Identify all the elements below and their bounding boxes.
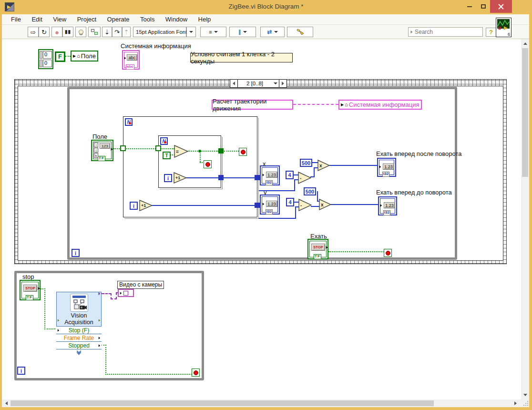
search-input[interactable] (415, 29, 489, 35)
pause-button[interactable]: ▮▮ (62, 27, 73, 37)
video-image-indicator[interactable] (118, 289, 134, 297)
terminal-arrow-icon (380, 204, 382, 207)
system-info-string-control[interactable]: abc abc (122, 50, 140, 70)
previous-frame-button[interactable] (230, 80, 238, 87)
menu-operate[interactable]: Operate (103, 14, 134, 24)
iteration-terminal[interactable]: i (17, 367, 25, 375)
scroll-down-button[interactable] (521, 391, 529, 399)
vi-icon[interactable]: 6 (496, 18, 512, 37)
subtract-node[interactable]: - (298, 172, 311, 184)
array-constant-frame[interactable]: 0 0 (38, 49, 53, 69)
menu-file[interactable]: File (7, 14, 25, 24)
run-button[interactable]: ⇨ (28, 27, 39, 37)
array-cell-value[interactable]: 0 (43, 60, 52, 67)
context-help-button[interactable]: ? (486, 28, 496, 37)
write-arrow-icon: ▶ (73, 54, 76, 58)
string-type-tag: abc (126, 64, 134, 70)
align-objects-button[interactable]: ≡ (200, 27, 226, 37)
x-indicator-terminal[interactable]: 1.23 I32 (260, 165, 280, 185)
resize-grip[interactable] (523, 405, 524, 406)
menu-edit[interactable]: Edit (27, 14, 46, 24)
equals-node[interactable]: = (174, 145, 188, 158)
trajectory-string-constant[interactable]: Расчет траектории движения (212, 100, 293, 110)
conditional-terminal[interactable] (239, 148, 247, 156)
highlight-execution-button[interactable] (75, 27, 86, 37)
iteration-terminal[interactable]: i (130, 202, 138, 210)
step-over-button[interactable]: ↷ (112, 27, 122, 37)
subtract-node[interactable]: - (298, 199, 312, 211)
scroll-left-button[interactable] (2, 400, 10, 407)
vision-row-stop[interactable]: Stop (F) (56, 326, 102, 334)
menu-window[interactable]: Window (161, 14, 192, 24)
stop-chip: STOP (311, 244, 325, 251)
broom-icon (297, 29, 304, 35)
menu-tools[interactable]: Tools (136, 14, 159, 24)
step-out-button[interactable]: ⇡ (122, 27, 131, 37)
tunnel-array-in[interactable] (155, 145, 161, 151)
tunnel-bool-out[interactable] (218, 148, 224, 154)
local-variable-pole[interactable]: ▶ ⌂ Поле (71, 51, 98, 62)
run-continuous-button[interactable]: ↻ (39, 27, 50, 37)
horizontal-scroll-thumb[interactable] (10, 400, 434, 406)
numeric-constant-500[interactable]: 500 (304, 187, 316, 195)
video-indicator-text: Видео с камеры (119, 281, 162, 288)
local-variable-system-info[interactable]: ▶ ⌂ Системная информация (338, 100, 422, 110)
menu-view[interactable]: View (49, 14, 71, 24)
step-into-button[interactable]: ⇣ (102, 27, 112, 37)
increment-node[interactable]: +1 (174, 172, 187, 184)
reorder-button[interactable]: ⇄ (260, 27, 285, 37)
iteration-terminal[interactable]: i (164, 174, 172, 182)
numeric-constant-4[interactable]: 4 (286, 198, 294, 206)
array-index-spinner[interactable] (40, 60, 42, 67)
next-frame-button[interactable] (279, 80, 286, 87)
clean-up-diagram-button[interactable] (287, 27, 313, 37)
y-indicator-terminal[interactable]: 1.23 I32 (260, 195, 280, 215)
scroll-right-button[interactable] (512, 400, 519, 407)
increment-node[interactable]: +1 (139, 200, 153, 211)
true-boolean-constant[interactable]: T (163, 152, 171, 159)
numeric-constant-4[interactable]: 4 (286, 171, 294, 179)
tunnel-i32[interactable] (218, 175, 224, 180)
font-selector[interactable]: 15pt Application Font (133, 27, 186, 37)
abort-button[interactable]: ● (51, 27, 62, 37)
while-conditional-terminal[interactable] (384, 249, 392, 257)
while-conditional-terminal[interactable] (192, 369, 200, 377)
free-label-comment[interactable]: Условно считаем 1 клетка - 2 секунды (190, 53, 293, 62)
vision-row-frame-rate[interactable]: Frame Rate (56, 334, 102, 341)
false-boolean-constant[interactable]: F (55, 51, 65, 62)
close-button[interactable] (490, 0, 512, 13)
numeric-constant-500[interactable]: 500 (300, 159, 312, 167)
while-loop-camera[interactable] (14, 271, 204, 380)
menu-help[interactable]: Help (194, 14, 215, 24)
iteration-terminal[interactable]: i (72, 249, 80, 257)
loop-count-terminal[interactable]: N (160, 137, 168, 145)
multiply-node[interactable]: x (319, 199, 331, 210)
stop-button[interactable]: STOP TF (20, 280, 41, 300)
minimize-button[interactable] (463, 2, 476, 11)
drive-stop-button[interactable]: STOP TF (307, 239, 328, 259)
font-selector-dropdown[interactable] (186, 27, 196, 37)
vision-title: Vision Acquisition (56, 312, 102, 326)
after-turn-indicator[interactable]: 1.23 I32 (377, 158, 396, 177)
sequence-frame-selector[interactable]: 2 [0..8] (230, 79, 287, 88)
maximize-button[interactable] (477, 2, 490, 11)
before-turn-indicator[interactable]: 1.23 I32 (378, 196, 397, 215)
search-box[interactable] (408, 27, 483, 37)
scroll-up-button[interactable] (521, 40, 529, 47)
array-cell-value[interactable]: 0 (43, 51, 52, 59)
trajectory-text: Расчет траектории движения (213, 98, 292, 112)
menu-project[interactable]: Project (73, 14, 101, 24)
retain-wire-values-button[interactable] (88, 27, 101, 37)
vision-expand-area[interactable] (56, 349, 102, 354)
vertical-scroll-thumb[interactable] (522, 48, 528, 177)
multiply-node[interactable]: x (317, 160, 330, 171)
frame-dropdown-icon[interactable] (274, 82, 277, 84)
vision-row-stopped[interactable]: Stopped (56, 341, 102, 349)
loop-count-terminal[interactable]: N (125, 118, 133, 126)
arrow-left-icon (5, 401, 8, 405)
tunnel-array-in[interactable] (120, 145, 126, 151)
conditional-terminal[interactable] (204, 160, 212, 168)
pole-array-control[interactable]: i j k 123 TF (91, 140, 113, 161)
distribute-objects-button[interactable]: ∥ (229, 27, 256, 37)
array-index-spinner[interactable] (40, 51, 42, 59)
